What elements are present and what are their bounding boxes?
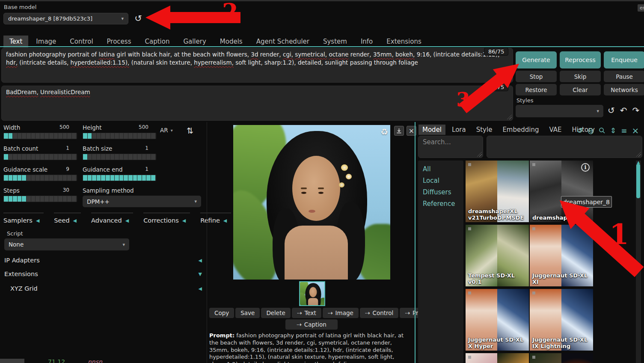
model-card-juggernaut-sd-xl-x-hyper[interactable]: Juggernaut SD-XL X Hyper xyxy=(466,289,529,351)
param-label: Height xyxy=(83,124,102,131)
sampling-method-select[interactable]: DPM++▾ xyxy=(83,196,201,207)
refresh-styles-icon[interactable]: ↺ xyxy=(608,105,615,116)
generate-button[interactable]: Generate xyxy=(516,51,557,68)
param-label: Guidance scale xyxy=(3,166,47,173)
send-arrow-icon: ⇢ xyxy=(297,321,302,328)
accordion-samplers[interactable]: Samplers◀ xyxy=(3,213,44,224)
networks-tab-lora[interactable]: Lora xyxy=(448,125,470,135)
param-slider-batch-size[interactable] xyxy=(83,154,156,160)
redo-icon[interactable]: ↷ xyxy=(632,105,640,116)
send-to-image-button[interactable]: ⇢Image xyxy=(323,308,359,318)
info-icon[interactable]: i xyxy=(581,163,590,172)
download-image-button[interactable] xyxy=(394,126,404,136)
networks-search-input[interactable]: Search... xyxy=(418,136,483,158)
section-ip-adapters[interactable]: IP Adapters ◀ xyxy=(4,257,202,264)
param-slider-guidance-end[interactable] xyxy=(83,175,156,181)
networks-tab-style[interactable]: Style xyxy=(472,125,496,135)
filter-all[interactable]: All xyxy=(418,164,463,175)
networks-scrollbar[interactable]: ▲ xyxy=(636,161,641,363)
model-card-partial[interactable] xyxy=(530,353,593,363)
tab-control[interactable]: Control xyxy=(64,36,99,48)
model-card-juggernaut-sd-xl-ix-lightning[interactable]: Juggernaut SD-XL IX Lightning xyxy=(530,289,593,351)
prompt-textarea[interactable]: fashion photography portrait of latina g… xyxy=(1,48,513,83)
negative-prompt-textarea[interactable]: BadDream, UnrealisticDream xyxy=(1,86,513,121)
reprocess-button[interactable]: Reprocess xyxy=(560,51,601,68)
card-type-badge xyxy=(532,163,535,166)
delete-button[interactable]: Delete xyxy=(261,308,290,318)
param-batch-count: Batch count1 xyxy=(3,145,77,160)
param-width: Width500 xyxy=(3,124,77,139)
save-button[interactable]: Save xyxy=(235,308,260,318)
tab-caption[interactable]: Caption xyxy=(139,36,175,48)
accordion-seed[interactable]: Seed◀ xyxy=(54,213,81,224)
generated-image[interactable] xyxy=(233,125,390,280)
scroll-up-icon[interactable]: ▲ xyxy=(636,161,641,164)
close-networks-icon[interactable]: × xyxy=(632,125,639,136)
reuse-image-icon[interactable]: ♻ xyxy=(380,127,388,137)
send-to-control-button[interactable]: ⇢Control xyxy=(360,308,399,318)
tab-info[interactable]: Info xyxy=(355,36,379,48)
param-slider-steps[interactable] xyxy=(3,196,77,202)
accordion-advanced[interactable]: Advanced◀ xyxy=(91,213,133,224)
filter-reference[interactable]: Reference xyxy=(418,198,463,210)
tab-image[interactable]: Image xyxy=(30,36,62,48)
undo-icon[interactable]: ↶ xyxy=(620,105,627,116)
clear-button[interactable]: Clear xyxy=(560,84,601,95)
tab-agent-scheduler[interactable]: Agent Scheduler xyxy=(250,36,315,48)
param-slider-width[interactable] xyxy=(3,133,77,139)
model-card-juggernaut-sd-xl-xi[interactable]: Juggernaut SD-XL XI xyxy=(530,225,593,286)
stop-button[interactable]: Stop xyxy=(516,71,557,82)
model-card-dreamshaperxl-v21turbodpmsde[interactable]: dreamshaperXL v21TurboDPMSDE xyxy=(466,161,529,222)
search-icon[interactable] xyxy=(599,127,605,134)
section-xyz-grid[interactable]: XYZ Grid ◀ xyxy=(4,285,202,292)
param-value: 500 xyxy=(59,124,69,130)
refresh-model-icon[interactable]: ↺ xyxy=(133,13,144,24)
sampling-method-value: DPM++ xyxy=(87,198,110,205)
param-value: 30 xyxy=(63,187,69,193)
param-steps: Steps30 xyxy=(3,187,77,207)
networks-description-input[interactable] xyxy=(487,136,642,158)
gallery-thumbnail[interactable] xyxy=(299,281,325,306)
styles-select[interactable]: ▾ xyxy=(516,105,603,117)
model-card-partial[interactable] xyxy=(466,353,529,363)
pause-button[interactable]: Pause xyxy=(604,71,644,82)
tab-gallery[interactable]: Gallery xyxy=(177,36,212,48)
model-card-dreamshaper-8[interactable]: idreamshaper_8 xyxy=(530,161,593,222)
filter-local[interactable]: Local xyxy=(418,175,463,187)
param-slider-batch-count[interactable] xyxy=(3,154,77,160)
tab-extensions[interactable]: Extensions xyxy=(380,36,427,48)
accordion-refine[interactable]: Refine◀ xyxy=(200,213,231,224)
sampling-method-label: Sampling method xyxy=(83,187,156,194)
restore-button[interactable]: Restore xyxy=(516,84,557,95)
send-to-text-button[interactable]: ⇢Text xyxy=(292,308,321,318)
prompt-body: fashion photography portrait of latina g… xyxy=(209,332,404,363)
networks-tab-embedding[interactable]: Embedding xyxy=(499,125,543,135)
sort-size-icon[interactable]: ⇕ xyxy=(610,126,616,135)
enqueue-button[interactable]: Enqueue xyxy=(604,51,644,68)
aspect-ratio-select[interactable]: AR ▾ xyxy=(160,127,173,134)
send-to-caption-button[interactable]: ⇢Caption xyxy=(285,319,338,330)
base-model-select[interactable]: dreamshaper_8 [879db523c3] ▾ xyxy=(3,13,128,24)
refresh-networks-icon[interactable]: ↺ xyxy=(577,126,583,135)
networks-tab-model[interactable]: Model xyxy=(418,125,445,135)
scrollbar-thumb[interactable] xyxy=(636,164,640,198)
card-type-badge xyxy=(532,227,535,230)
script-select[interactable]: None ▾ xyxy=(4,238,129,250)
networks-button[interactable]: Networks xyxy=(604,84,644,95)
param-slider-height[interactable] xyxy=(83,133,156,139)
filter-diffusers[interactable]: Diffusers xyxy=(418,187,463,198)
copy-button[interactable]: Copy xyxy=(209,308,234,318)
tab-system[interactable]: System xyxy=(317,36,353,48)
tab-models[interactable]: Models xyxy=(214,36,249,48)
skip-button[interactable]: Skip xyxy=(560,71,601,82)
swap-dimensions-icon[interactable]: ⇅ xyxy=(187,126,193,135)
param-slider-guidance-scale[interactable] xyxy=(3,175,77,181)
tab-text[interactable]: Text xyxy=(3,36,28,48)
scan-icon[interactable]: ◎ xyxy=(588,126,594,135)
view-list-icon[interactable]: ≡ xyxy=(621,126,627,135)
section-extensions[interactable]: Extensions ▼ xyxy=(4,271,202,277)
tab-process[interactable]: Process xyxy=(101,36,137,48)
accordion-corrections[interactable]: Corrections◀ xyxy=(143,213,190,224)
networks-tab-vae[interactable]: VAE xyxy=(545,125,565,135)
model-card-tempest-sd-xl-v0-1[interactable]: Tempest SD-XL v0.1 xyxy=(466,225,529,286)
